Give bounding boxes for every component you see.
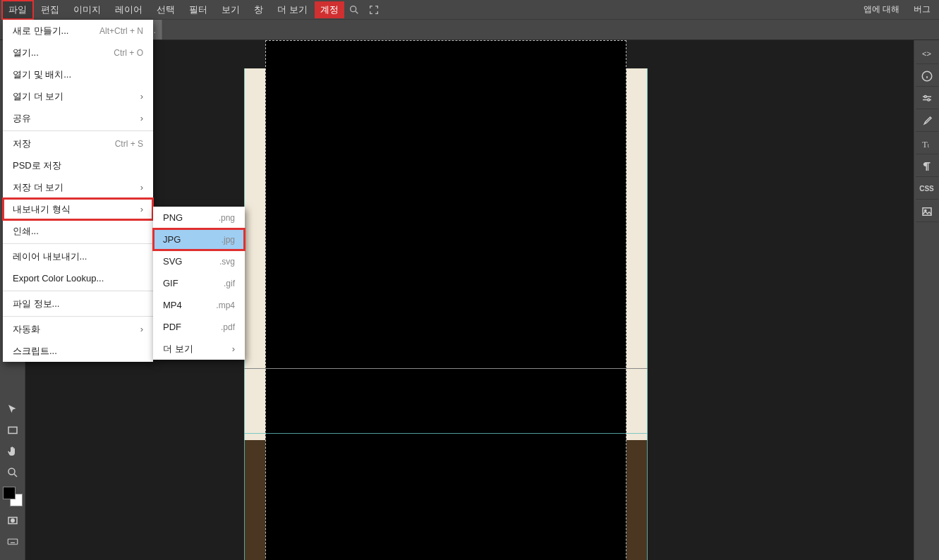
chevron-right-icon: › [140, 324, 143, 334]
svg-rect-23 [923, 207, 931, 215]
menu-item-label: PSD로 저장 [13, 159, 61, 172]
menu-filter[interactable]: 필터 [182, 0, 214, 20]
menu-item-label: JPG [163, 234, 181, 245]
menu-item-open-place[interactable]: 열기 및 배치... [3, 63, 153, 85]
menu-item-automate[interactable]: 자동화 › [3, 318, 153, 340]
menubar: 파일 편집 이미지 레이어 선택 필터 보기 창 더 보기 계정 앱에 대해 버… [0, 0, 939, 20]
menu-select[interactable]: 선택 [150, 0, 182, 20]
sliders-icon[interactable] [916, 88, 938, 109]
menu-item-ext: .pdf [221, 322, 235, 332]
brush-icon[interactable] [916, 111, 938, 132]
menu-separator [3, 291, 153, 291]
menu-item-label: 스크립트... [13, 345, 57, 358]
guide-vertical[interactable] [647, 68, 648, 560]
export-png[interactable]: PNG .png [153, 207, 245, 229]
type-icon[interactable]: Tt [916, 133, 938, 154]
code-icon[interactable]: <> [916, 43, 938, 64]
menu-item-label: 더 보기 [163, 343, 193, 355]
menu-file[interactable]: 파일 [1, 0, 34, 20]
export-jpg[interactable]: JPG .jpg [153, 229, 245, 250]
menu-item-label: GIF [163, 278, 178, 288]
menu-item-shortcut: Ctrl + S [115, 139, 143, 149]
move-tool-icon[interactable] [1, 399, 24, 419]
right-toolbar: <> Tt CSS [914, 40, 939, 560]
keyboard-icon[interactable] [1, 532, 24, 552]
menu-item-share[interactable]: 공유 › [3, 107, 153, 129]
svg-line-4 [14, 474, 17, 477]
color-swatch[interactable] [3, 487, 23, 506]
menu-item-ext: .svg [219, 257, 235, 267]
export-pdf[interactable]: PDF .pdf [153, 316, 245, 338]
svg-rect-2 [8, 427, 17, 434]
marquee-tool-icon[interactable] [1, 420, 24, 440]
menu-item-label: PNG [163, 212, 183, 223]
menu-edit[interactable]: 편집 [34, 0, 66, 20]
export-mp4[interactable]: MP4 .mp4 [153, 294, 245, 316]
menu-item-label: PDF [163, 322, 181, 332]
chevron-right-icon: › [140, 204, 143, 214]
menu-item-new[interactable]: 새로 만들기... Alt+Ctrl + N [3, 20, 153, 42]
menu-item-layer-export[interactable]: 레이어 내보내기... [3, 245, 153, 267]
menu-separator [3, 243, 153, 244]
menu-item-export-color-lookup[interactable]: Export Color Lookup... [3, 267, 153, 289]
menu-layer[interactable]: 레이어 [108, 0, 150, 20]
quickmask-icon[interactable] [1, 511, 24, 530]
menu-item-open-more[interactable]: 열기 더 보기 › [3, 85, 153, 107]
foreground-color-swatch[interactable] [3, 487, 16, 499]
menu-item-ext: .png [219, 213, 235, 223]
menu-view[interactable]: 보기 [214, 0, 247, 20]
menu-item-open[interactable]: 열기... Ctrl + O [3, 42, 153, 63]
menu-window[interactable]: 창 [247, 0, 270, 20]
chevron-right-icon: › [232, 343, 235, 354]
document-canvas[interactable] [244, 68, 648, 560]
export-format-submenu: PNG .png JPG .jpg SVG .svg GIF .gif MP4 … [153, 207, 245, 360]
menu-item-save-more[interactable]: 저장 더 보기 › [3, 176, 153, 198]
menu-item-label: 열기 더 보기 [13, 90, 63, 103]
export-svg[interactable]: SVG .svg [153, 250, 245, 272]
guide-horizontal[interactable] [244, 433, 648, 434]
menu-item-scripts[interactable]: 스크립트... [3, 340, 153, 362]
menu-separator [3, 130, 153, 131]
svg-point-19 [924, 95, 926, 97]
menu-about[interactable]: 앱에 대해 [856, 0, 907, 19]
menu-item-label: SVG [163, 256, 182, 267]
menu-item-label: 저장 더 보기 [13, 181, 63, 194]
menu-item-label: 내보내기 형식 [13, 203, 71, 216]
chevron-right-icon: › [140, 113, 143, 123]
menu-item-file-info[interactable]: 파일 정보... [3, 293, 153, 315]
menu-item-label: 인쇄... [13, 225, 39, 238]
menu-item-ext: .gif [224, 279, 235, 288]
css-icon[interactable]: CSS [916, 178, 938, 200]
export-gif[interactable]: GIF .gif [153, 272, 245, 294]
menu-item-label: 레이어 내보내기... [13, 250, 87, 263]
chevron-right-icon: › [140, 91, 143, 102]
file-menu-dropdown: 새로 만들기... Alt+Ctrl + N 열기... Ctrl + O 열기… [3, 20, 153, 362]
menu-item-save[interactable]: 저장 Ctrl + S [3, 133, 153, 154]
menu-bug[interactable]: 버그 [907, 0, 938, 19]
menu-item-label: 공유 [13, 112, 31, 125]
fullscreen-icon[interactable] [364, 0, 384, 20]
export-more[interactable]: 더 보기 › [153, 338, 245, 360]
svg-point-20 [927, 99, 929, 101]
menu-item-label: 자동화 [13, 323, 40, 336]
menu-more[interactable]: 더 보기 [270, 0, 315, 20]
hand-tool-icon[interactable] [1, 442, 24, 461]
info-icon[interactable] [916, 66, 938, 87]
menu-item-print[interactable]: 인쇄... [3, 220, 153, 242]
svg-text:t: t [927, 142, 929, 148]
menu-account[interactable]: 계정 [315, 1, 344, 18]
image-icon[interactable] [916, 201, 938, 222]
menu-item-shortcut: Ctrl + O [114, 48, 143, 58]
svg-rect-7 [8, 539, 18, 544]
menu-item-label: 파일 정보... [13, 298, 59, 310]
zoom-tool-icon[interactable] [1, 463, 24, 482]
menu-item-label: 열기... [13, 47, 39, 59]
paragraph-icon[interactable] [916, 156, 938, 177]
menu-item-ext: .mp4 [216, 300, 235, 310]
menu-item-export-as[interactable]: 내보내기 형식 › [3, 198, 153, 220]
menu-item-save-psd[interactable]: PSD로 저장 [3, 154, 153, 176]
menu-separator [3, 316, 153, 317]
menu-image[interactable]: 이미지 [66, 0, 108, 20]
svg-point-3 [8, 468, 15, 475]
search-icon[interactable] [344, 0, 364, 20]
